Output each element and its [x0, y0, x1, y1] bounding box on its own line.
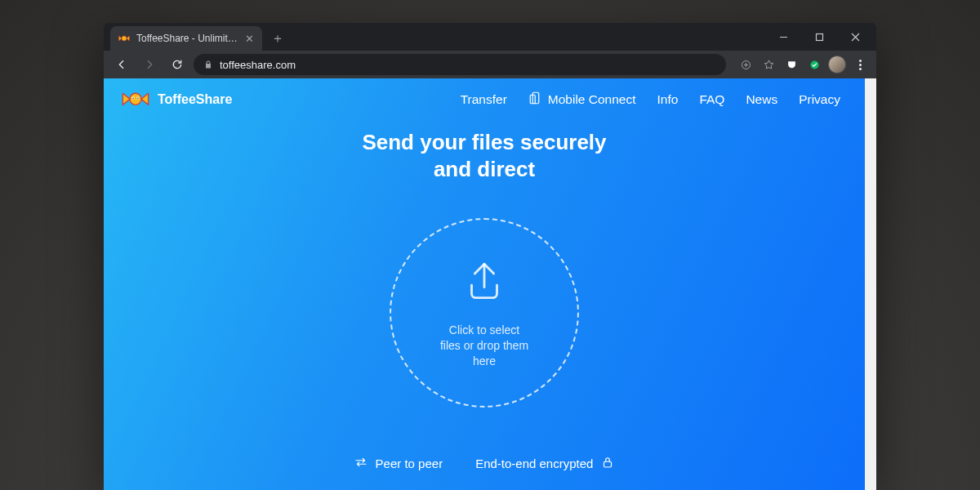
padlock-icon	[600, 455, 615, 472]
new-tab-button[interactable]: ＋	[267, 28, 288, 49]
forward-button[interactable]	[138, 53, 161, 76]
file-dropzone[interactable]: Click to select files or drop them here	[390, 218, 579, 408]
page-content: ToffeeShare Transfer Mobile Connect Info…	[104, 78, 865, 490]
browser-tab[interactable]: ToffeeShare - Unlimited and sec… ✕	[110, 26, 262, 51]
headline: Send your files securely and direct	[104, 129, 865, 184]
main-nav: Transfer Mobile Connect Info FAQ News Pr…	[461, 91, 840, 109]
toolbar-right	[736, 55, 870, 74]
scrollbar[interactable]	[865, 78, 876, 490]
nav-mobile-connect[interactable]: Mobile Connect	[528, 91, 636, 109]
svg-rect-1	[816, 33, 822, 40]
profile-avatar[interactable]	[827, 55, 847, 74]
site-header: ToffeeShare Transfer Mobile Connect Info…	[104, 78, 865, 109]
tab-close-icon[interactable]: ✕	[245, 33, 254, 44]
svg-point-0	[122, 36, 127, 41]
bookmark-star-icon[interactable]	[759, 55, 778, 74]
extension-pocket-icon[interactable]	[782, 55, 801, 74]
nav-info[interactable]: Info	[657, 92, 679, 107]
brand[interactable]: ToffeeShare	[122, 90, 232, 109]
window-close-button[interactable]	[837, 24, 873, 49]
titlebar: ToffeeShare - Unlimited and sec… ✕ ＋	[104, 23, 876, 51]
mobile-connect-icon	[528, 91, 543, 109]
lock-icon	[203, 60, 213, 69]
nav-privacy[interactable]: Privacy	[799, 92, 840, 107]
nav-news[interactable]: News	[746, 92, 777, 107]
svg-rect-11	[604, 461, 612, 467]
browser-window: ToffeeShare - Unlimited and sec… ✕ ＋ tof…	[104, 23, 876, 490]
headline-line1: Send your files securely	[104, 129, 865, 156]
svg-point-8	[137, 98, 138, 99]
dropzone-text: Click to select files or drop them here	[440, 323, 528, 369]
chrome-menu-button[interactable]	[850, 55, 870, 74]
swap-arrows-icon	[354, 455, 368, 472]
reload-button[interactable]	[166, 53, 189, 76]
window-minimize-button[interactable]	[765, 24, 801, 49]
nav-transfer[interactable]: Transfer	[461, 92, 507, 107]
dropzone-wrapper: Click to select files or drop them here	[104, 184, 865, 442]
tab-favicon-candy-icon	[118, 33, 130, 44]
logo-candy-icon	[122, 90, 149, 109]
feature-end-to-end-encrypted: End-to-end encrypted	[475, 455, 615, 472]
address-bar[interactable]: toffeeshare.com	[194, 54, 726, 75]
svg-point-7	[132, 98, 133, 99]
window-controls	[765, 23, 876, 51]
tabs-area: ToffeeShare - Unlimited and sec… ✕ ＋	[104, 23, 288, 51]
svg-point-4	[130, 93, 141, 105]
back-button[interactable]	[110, 53, 133, 76]
features-row: Peer to peer End-to-end encrypted	[104, 442, 865, 490]
window-maximize-button[interactable]	[801, 24, 837, 49]
nav-faq[interactable]: FAQ	[699, 92, 724, 107]
browser-toolbar: toffeeshare.com	[104, 51, 876, 78]
feature-peer-to-peer: Peer to peer	[354, 455, 443, 472]
tab-title: ToffeeShare - Unlimited and sec…	[136, 33, 238, 44]
install-app-icon[interactable]	[736, 55, 755, 74]
extension-green-icon[interactable]	[804, 55, 824, 74]
headline-line2: and direct	[104, 156, 865, 183]
brand-name: ToffeeShare	[158, 92, 232, 107]
upload-icon	[459, 256, 510, 310]
svg-rect-9	[532, 92, 539, 104]
viewport: ToffeeShare Transfer Mobile Connect Info…	[104, 78, 876, 490]
url-text: toffeeshare.com	[220, 59, 296, 71]
